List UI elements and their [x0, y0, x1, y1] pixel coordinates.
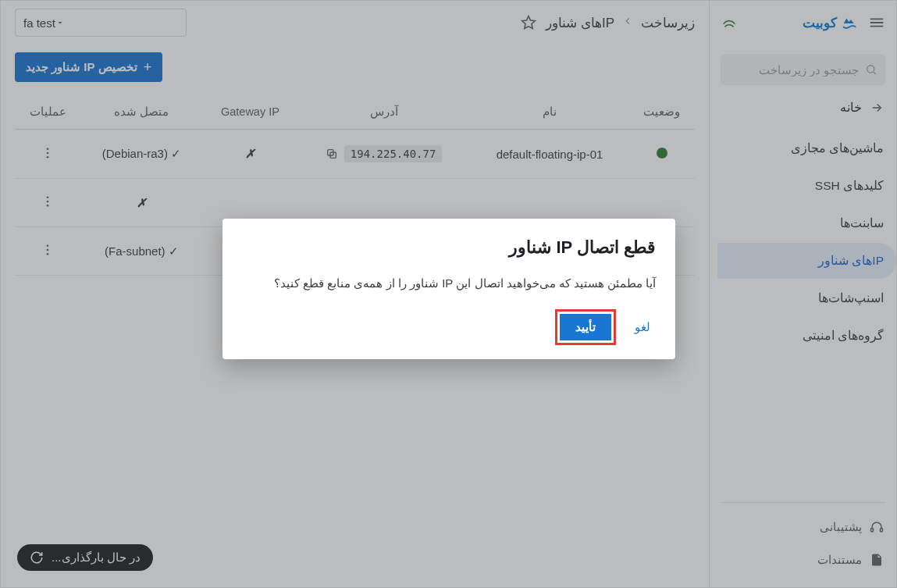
modal-actions: تأیید لغو — [241, 309, 657, 345]
confirm-highlight: تأیید — [555, 309, 616, 345]
confirm-label: تأیید — [575, 320, 596, 333]
modal-overlay[interactable]: قطع اتصال IP شناور آیا مطمئن هستید که می… — [0, 0, 897, 588]
confirm-button[interactable]: تأیید — [560, 314, 611, 340]
modal-title: قطع اتصال IP شناور — [241, 237, 657, 258]
disconnect-modal: قطع اتصال IP شناور آیا مطمئن هستید که می… — [222, 219, 675, 359]
cancel-button[interactable]: لغو — [628, 315, 657, 339]
cancel-label: لغو — [635, 320, 650, 333]
modal-message: آیا مطمئن هستید که می‌خواهید اتصال این I… — [241, 276, 657, 290]
